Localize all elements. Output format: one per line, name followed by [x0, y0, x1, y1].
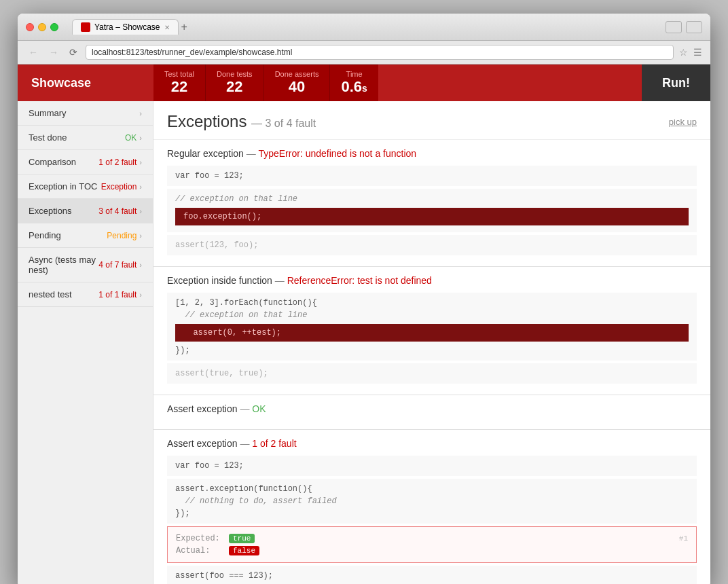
dimmed-assert: assert(123, foo);: [175, 239, 689, 251]
code-block-assert: assert(123, foo);: [167, 235, 697, 255]
actual-badge: false: [229, 546, 259, 555]
sidebar-item-label: Exception in TOC: [29, 181, 101, 191]
maximize-button[interactable]: [50, 23, 58, 31]
highlighted-line: foo.exception();: [175, 208, 689, 225]
pick-up-link[interactable]: pick up: [669, 117, 697, 127]
sidebar-item[interactable]: Comparison 1 of 2 fault ›: [18, 150, 153, 175]
chevron-icon: ›: [139, 232, 142, 240]
title-bar: Yatra – Showcase ✕ +: [18, 14, 710, 41]
code-line: [1, 2, 3].forEach(function(){: [175, 297, 689, 309]
stat-label: Time: [341, 70, 367, 78]
sidebar-item-status: 1 of 2 fault: [98, 158, 136, 167]
section-title: Exception inside function — ReferenceErr…: [167, 275, 697, 286]
code-block: [1, 2, 3].forEach(function(){ // excepti…: [167, 293, 697, 361]
back-button[interactable]: ←: [26, 45, 41, 59]
code-line: var foo = 123;: [175, 460, 689, 472]
assert-actual-row: Actual: false: [176, 545, 688, 557]
code-block-main: assert.exception(function(){ // nothing …: [167, 479, 697, 524]
test-section-assert-exception-ok: Assert exception — OK: [153, 395, 710, 430]
url-input[interactable]: [86, 45, 674, 60]
stats-bar: Test total 22Done tests 22Done asserts 4…: [153, 65, 642, 101]
reload-button[interactable]: ⟳: [67, 45, 80, 59]
tab-bar: Yatra – Showcase ✕ +: [72, 19, 660, 35]
test-section-assert-exception-fault: Assert exception — 1 of 2 fault var foo …: [153, 430, 710, 584]
sidebar-item[interactable]: Async (tests may nest) 4 of 7 fault ›: [18, 248, 153, 282]
chevron-icon: ›: [139, 291, 142, 299]
code-line: var foo = 123;: [175, 170, 689, 182]
assert-number: #1: [679, 534, 688, 543]
content-title: Exceptions — 3 of 4 fault: [167, 112, 316, 131]
chevron-icon: ›: [139, 207, 142, 215]
sidebar-item-status: 4 of 7 fault: [98, 260, 136, 270]
stat-item: Done asserts 40: [263, 65, 330, 101]
address-bar: ← → ⟳ ☆ ☰: [18, 41, 710, 65]
section-title: Regular exception — TypeError: undefined…: [167, 148, 697, 159]
sidebar-item[interactable]: Pending Pending ›: [18, 223, 153, 248]
chevron-icon: ›: [139, 109, 142, 117]
close-button[interactable]: [26, 23, 34, 31]
code-comment: // exception on that line: [175, 193, 689, 205]
stat-item: Time 0.6s: [329, 65, 378, 101]
browser-window: Yatra – Showcase ✕ + ← → ⟳ ☆ ☰ Showcase …: [18, 14, 710, 584]
sidebar-item-label: nested test: [29, 289, 98, 299]
expected-label: Expected:: [176, 534, 223, 543]
traffic-lights: [26, 23, 58, 31]
window-controls: [666, 21, 702, 33]
code-line: });: [175, 344, 689, 357]
sections-container: Regular exception — TypeError: undefined…: [153, 140, 710, 584]
sidebar-item-label: Test done: [29, 132, 125, 143]
stat-unit: s: [362, 83, 367, 94]
sidebar-item-status: OK: [125, 133, 136, 143]
sidebar-item[interactable]: nested test 1 of 1 fault ›: [18, 282, 153, 307]
sidebar-item[interactable]: Summary ›: [18, 101, 153, 126]
code-comment: // nothing to do, assert failed: [175, 495, 689, 507]
sidebar-item-status: Exception: [101, 182, 137, 191]
section-title: Assert exception — OK: [167, 403, 697, 414]
new-tab-button[interactable]: +: [181, 21, 187, 33]
test-section-regular-exception: Regular exception — TypeError: undefined…: [153, 140, 710, 267]
window-ctrl-2[interactable]: [686, 21, 702, 33]
stat-value: 40: [275, 78, 319, 96]
content-fault-info: — 3 of 4 fault: [251, 117, 316, 129]
tab-title: Yatra – Showcase: [94, 22, 160, 32]
sidebar-item-status: 3 of 4 fault: [98, 206, 136, 216]
code-block-assert: assert(true, true);: [167, 363, 697, 384]
tab-close-button[interactable]: ✕: [164, 24, 170, 31]
code-comment: // exception on that line: [175, 309, 689, 321]
minimize-button[interactable]: [38, 23, 46, 31]
sidebar-item-status: 1 of 1 fault: [98, 290, 136, 299]
stat-label: Test total: [164, 70, 194, 78]
forward-button[interactable]: →: [46, 45, 61, 59]
dimmed-assert: assert(true, true);: [175, 367, 689, 380]
code-block-last: assert(foo === 123);: [167, 566, 697, 584]
chevron-icon: ›: [139, 261, 142, 269]
assert-expected-row: Expected: true #1: [176, 532, 688, 545]
chevron-icon: ›: [139, 134, 142, 142]
content-header: Exceptions — 3 of 4 fault pick up: [153, 101, 710, 140]
stat-item: Test total 22: [153, 65, 205, 101]
sidebar-item-label: Pending: [29, 230, 107, 240]
bookmark-icon[interactable]: ☆: [679, 47, 688, 58]
browser-tab[interactable]: Yatra – Showcase ✕: [72, 19, 179, 35]
section-title: Assert exception — 1 of 2 fault: [167, 438, 697, 449]
assert-result-box: Expected: true #1 Actual: false: [167, 526, 697, 563]
address-bar-icons: ☆ ☰: [679, 47, 702, 58]
code-block-before: var foo = 123;: [167, 456, 697, 476]
sidebar-item[interactable]: Test done OK ›: [18, 126, 153, 150]
stat-value: 22: [164, 78, 194, 96]
menu-icon[interactable]: ☰: [693, 47, 702, 58]
chevron-icon: ›: [139, 158, 142, 166]
stat-value: 0.6s: [341, 78, 367, 96]
actual-label: Actual:: [176, 546, 223, 555]
sidebar-item[interactable]: Exception in TOC Exception ›: [18, 175, 153, 199]
run-button[interactable]: Run!: [642, 65, 710, 101]
content-area: Exceptions — 3 of 4 fault pick up Regula…: [153, 101, 710, 584]
sidebar-item-label: Comparison: [29, 157, 98, 167]
code-line: assert(foo === 123);: [175, 570, 689, 582]
tab-favicon: [81, 22, 90, 32]
test-section-exception-inside-function: Exception inside function — ReferenceErr…: [153, 267, 710, 395]
sidebar-item[interactable]: Exceptions 3 of 4 fault ›: [18, 199, 153, 223]
window-ctrl-1[interactable]: [666, 21, 682, 33]
app-title: Showcase: [18, 65, 153, 101]
code-line: });: [175, 507, 689, 519]
